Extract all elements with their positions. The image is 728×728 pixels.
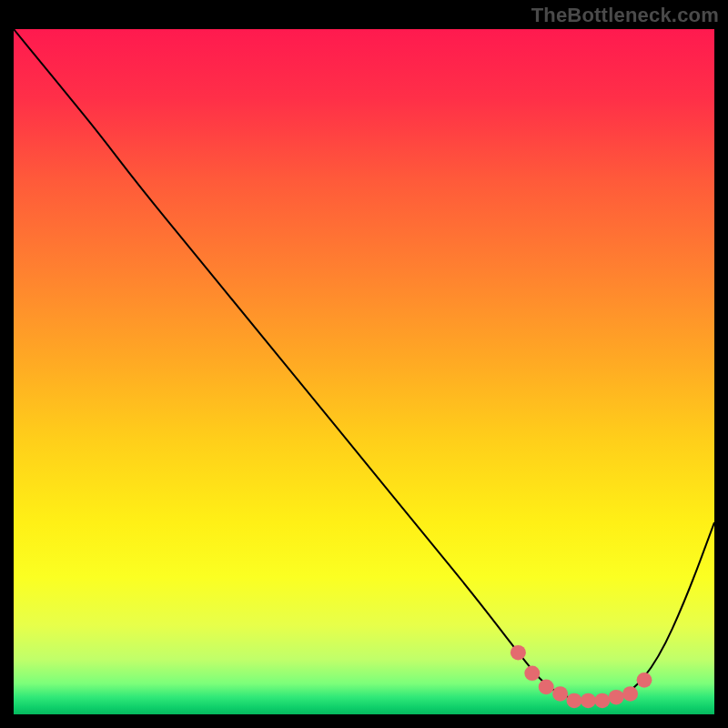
- svg-point-3: [539, 680, 554, 695]
- svg-point-9: [622, 686, 638, 702]
- watermark-text: TheBottleneck.com: [531, 4, 719, 27]
- svg-point-8: [609, 690, 624, 705]
- svg-point-1: [511, 645, 526, 661]
- svg-point-6: [581, 693, 596, 709]
- bottleneck-curve: [14, 29, 714, 701]
- chart-curve-layer: [14, 29, 714, 714]
- highlight-dots: [511, 645, 652, 708]
- svg-point-4: [552, 686, 568, 702]
- svg-point-7: [594, 693, 610, 709]
- plot-area: [14, 29, 714, 714]
- svg-point-10: [637, 672, 652, 688]
- chart-stage: TheBottleneck.com: [0, 0, 728, 728]
- svg-point-2: [524, 666, 540, 682]
- svg-point-5: [567, 693, 582, 709]
